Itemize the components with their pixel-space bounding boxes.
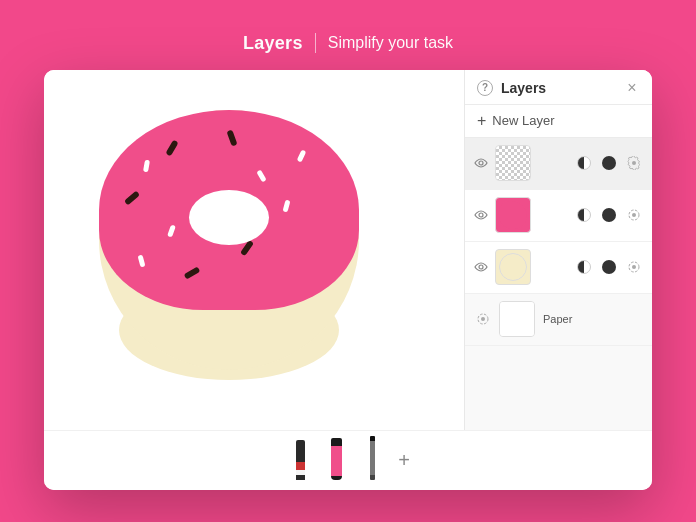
layer-paper-label: Paper [543,313,572,325]
svg-point-1 [479,213,483,217]
layer-1-settings-icon[interactable] [624,153,644,173]
layers-panel-header: ? Layers × [465,70,652,105]
toolbar: + [44,430,652,490]
layer-3-blend-icon[interactable] [574,257,594,277]
layer-1-blend-icon[interactable] [574,153,594,173]
layer-item-1[interactable] [465,138,652,190]
circle-fill-2 [602,208,616,222]
donut-illustration [89,90,389,390]
layer-1-mask-icon[interactable] [599,153,619,173]
gear-icon-1 [627,156,641,170]
fine-pen-icon [370,436,375,480]
pencil-icon [296,436,305,480]
layer-thumb-2 [495,197,531,233]
close-icon: × [627,80,636,96]
layer-3-mask-icon[interactable] [599,257,619,277]
help-icon-label: ? [482,82,488,93]
svg-point-0 [479,161,483,165]
circle-half-2 [577,208,591,222]
layer-2-controls [574,205,644,225]
sprinkle-4 [256,169,266,182]
sprinkle-2 [226,129,237,146]
sprinkle-12 [297,149,307,162]
svg-point-5 [632,265,636,269]
sprinkle-3 [143,159,150,172]
layers-header-left: ? Layers [477,80,546,96]
close-button[interactable]: × [624,80,640,96]
tool-icon-fine[interactable] [358,440,386,480]
new-layer-plus-icon: + [477,113,486,129]
layer-visibility-2[interactable] [473,207,489,223]
new-layer-label: New Layer [492,113,554,128]
sprinkle-10 [138,254,146,267]
donut-hole [189,190,269,245]
layer-2-blend-icon[interactable] [574,205,594,225]
gear-icon-2 [627,208,641,222]
canvas-area [44,70,464,430]
eye-icon-3 [474,262,488,272]
sprinkle-11 [184,266,201,279]
header-divider [315,33,316,53]
sprinkle-6 [283,199,291,212]
toolbar-plus-icon[interactable]: + [398,449,410,472]
app-subtitle: Simplify your task [328,34,453,52]
circle-fill-1 [602,156,616,170]
layers-panel: ? Layers × + New Layer [464,70,652,430]
circle-fill-3 [602,260,616,274]
layer-thumb-1 [495,145,531,181]
layers-list: Paper [465,138,652,430]
layer-3-settings-icon[interactable] [624,257,644,277]
gear-icon-paper [476,312,490,326]
marker-icon [331,436,342,480]
tool-icon-pencil[interactable] [286,440,314,480]
layer-settings-paper[interactable] [473,309,493,329]
layer-3-controls [574,257,644,277]
circle-half-3 [577,260,591,274]
svg-point-7 [481,317,485,321]
layer-1-controls [574,153,644,173]
svg-point-2 [632,213,636,217]
layer-item-3[interactable] [465,242,652,294]
thumb-paper [500,302,534,336]
app-title: Layers [243,33,303,54]
layer-item-2[interactable] [465,190,652,242]
eye-icon-1 [474,158,488,168]
top-header: Layers Simplify your task [243,33,453,54]
layer-thumb-3 [495,249,531,285]
thumb-pink-blob [499,201,527,229]
sprinkle-1 [165,139,178,156]
eye-icon-2 [474,210,488,220]
gear-icon-3 [627,260,641,274]
window-body: ? Layers × + New Layer [44,70,652,430]
help-button[interactable]: ? [477,80,493,96]
layer-visibility-1[interactable] [473,155,489,171]
svg-point-4 [479,265,483,269]
layer-thumb-paper [499,301,535,337]
layer-2-settings-icon[interactable] [624,205,644,225]
thumb-checker-pattern [496,146,530,180]
layer-visibility-3[interactable] [473,259,489,275]
tool-icon-marker[interactable] [322,440,350,480]
circle-half-1 [577,156,591,170]
sprinkle-8 [167,224,176,237]
new-layer-button[interactable]: + New Layer [465,105,652,138]
layers-panel-title: Layers [501,80,546,96]
app-window: ? Layers × + New Layer [44,70,652,490]
layer-item-paper[interactable]: Paper [465,294,652,346]
layer-2-mask-icon[interactable] [599,205,619,225]
thumb-cream-blob [499,253,527,281]
sprinkle-5 [124,190,140,205]
